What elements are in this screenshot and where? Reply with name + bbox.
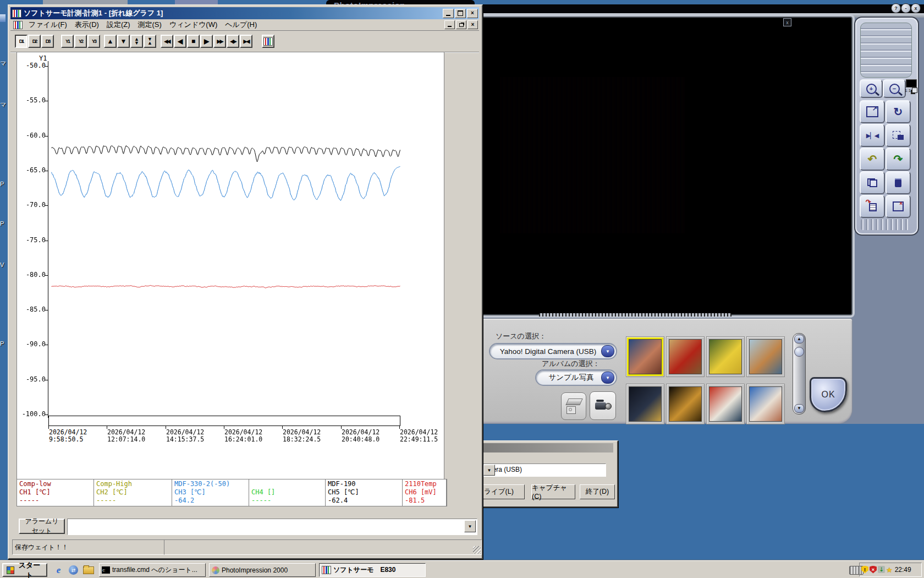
menu-item-0[interactable]: ファイル(F) <box>25 20 71 30</box>
camera-noise <box>500 77 685 233</box>
maximize-icon <box>458 10 463 16</box>
paste-button[interactable] <box>886 171 911 194</box>
quicklaunch-mail[interactable]: ⇄ <box>68 564 79 576</box>
taskbar-task-1[interactable]: c:transfile.cmd へのショート... <box>99 563 206 577</box>
menu-item-4[interactable]: ウィンドウ(W) <box>166 20 221 30</box>
thumbnail-gold-fiber[interactable] <box>669 386 702 422</box>
delete-button[interactable]: ↷ <box>860 195 885 218</box>
thumbnail-night-skyline[interactable] <box>629 386 662 422</box>
step-forward-button[interactable]: ▶ <box>200 35 213 48</box>
menu-item-2[interactable]: 設定(Z) <box>103 20 134 30</box>
taskbar-task-2[interactable]: PhotoImpression 2000 <box>209 563 316 577</box>
thumbnail-lighthouse[interactable] <box>709 386 742 422</box>
clock[interactable]: 22:49 <box>895 566 911 574</box>
thumbnail-harbor-town[interactable] <box>749 339 782 374</box>
child-minimize-button[interactable] <box>444 20 455 29</box>
actual-size-label[interactable]: 1:1 <box>905 88 911 93</box>
scrollbar-thumb[interactable] <box>794 347 804 357</box>
scroll-down-button[interactable]: ▼ <box>117 35 130 48</box>
softthermo-window: ソフトサーモ計測-計測1 - [折れ線グラフ 1] × ファイル(F)表示(D)… <box>8 4 483 559</box>
step-back-button-icon: ◀ <box>178 38 183 45</box>
minimize-button[interactable] <box>443 9 454 18</box>
source-select-dropdown[interactable]: Yahoo! Digital Camera (USB) ▼ <box>489 343 617 359</box>
ok-button[interactable]: OK <box>810 377 847 412</box>
toolbar-d3-button[interactable]: D3 <box>41 35 54 48</box>
toolbar-y1-button[interactable]: Y1 <box>61 35 74 48</box>
close-button[interactable]: × <box>467 9 478 18</box>
expand-vertical-button[interactable]: ▲▼ <box>130 35 143 48</box>
child-close-button[interactable]: × <box>468 20 478 29</box>
thumbnail-rock-spires[interactable] <box>629 339 662 374</box>
rewind-button[interactable]: ◀◀ <box>161 35 173 48</box>
redo-button[interactable]: ↷ <box>886 148 911 171</box>
security-warning-icon[interactable]: ! <box>861 566 868 574</box>
channel-id: CH6 [mV] <box>405 488 444 497</box>
acquire-video-camera-button[interactable] <box>590 391 616 420</box>
scroll-up-button[interactable]: ▲ <box>104 35 117 48</box>
expand-horizontal-button[interactable]: ◀▶ <box>227 35 239 48</box>
stop-button[interactable]: ■ <box>187 35 200 48</box>
capture-button[interactable]: キャプチャ(C) <box>531 484 575 499</box>
undo-button[interactable]: ↶ <box>860 148 885 171</box>
security-error-icon[interactable]: × <box>870 566 877 574</box>
thumbnail-red-bird[interactable] <box>669 339 702 374</box>
star-icon[interactable]: ★ <box>886 566 893 574</box>
acquire-scanner-button[interactable] <box>561 392 586 420</box>
toolbar-y2-button[interactable]: Y2 <box>74 35 87 48</box>
titlebar[interactable]: ソフトサーモ計測-計測1 - [折れ線グラフ 1] × <box>10 7 479 19</box>
close-round-button[interactable]: x <box>911 3 921 13</box>
close-frame-button[interactable]: × <box>886 195 911 218</box>
help-round-button[interactable]: ? <box>891 3 901 13</box>
preview-close-icon[interactable]: x <box>783 18 791 26</box>
y-tick-label: -80.0 <box>21 271 46 279</box>
scroll-down-icon[interactable]: ▼ <box>794 404 804 413</box>
fit-window-icon[interactable] <box>912 88 917 93</box>
resize-button[interactable]: ↗ <box>860 100 885 123</box>
message-combobox[interactable]: ▼ <box>67 519 477 535</box>
crop-button[interactable] <box>886 124 911 147</box>
menu-item-1[interactable]: 表示(D) <box>71 20 103 30</box>
scroll-up-button-icon: ▲ <box>107 38 114 45</box>
rotate-button[interactable]: ↻ <box>886 100 911 123</box>
chevron-down-icon[interactable]: ▼ <box>464 520 476 532</box>
scroll-up-icon[interactable]: ▲ <box>794 335 804 343</box>
zoom-in-button[interactable]: + <box>860 79 883 98</box>
menu: ファイル(F)表示(D)設定(Z)測定(S)ウィンドウ(W)ヘルプ(H) <box>25 20 261 30</box>
chevron-down-icon[interactable]: ▼ <box>601 372 614 384</box>
album-select-dropdown[interactable]: サンプル写真 ▼ <box>535 369 617 386</box>
thumbnail-scrollbar[interactable]: ▲ ▼ <box>793 333 806 415</box>
toolbar-d1-button[interactable]: D1 <box>15 35 28 48</box>
thumbnail-sunset-clouds[interactable] <box>749 386 782 422</box>
flip-button[interactable]: ▶▏◀ <box>860 124 885 147</box>
zoom-out-button[interactable]: − <box>883 79 906 98</box>
update-icon[interactable]: ⇣ <box>878 566 885 573</box>
step-back-button[interactable]: ◀ <box>174 35 186 48</box>
start-button[interactable]: スタート <box>2 563 47 577</box>
copy-button[interactable] <box>860 171 885 194</box>
menu-item-5[interactable]: ヘルプ(H) <box>221 20 261 30</box>
child-restore-button[interactable] <box>456 20 466 29</box>
taskbar-task-3[interactable]: ソフトサーモ E830 <box>319 563 426 577</box>
alarm-reset-button[interactable]: アラームリセット <box>19 519 65 534</box>
quicklaunch-ie[interactable]: e <box>53 564 64 576</box>
maximize-button[interactable] <box>455 9 466 18</box>
fast-forward-button[interactable]: ▶▶ <box>213 35 226 48</box>
minimize-round-button[interactable]: - <box>901 3 911 13</box>
chevron-down-icon[interactable]: ▼ <box>483 465 495 476</box>
chevron-down-icon[interactable]: ▼ <box>601 345 614 357</box>
graph-settings-button[interactable] <box>262 35 274 48</box>
resize-grip[interactable] <box>473 546 481 554</box>
quicklaunch-folder[interactable] <box>82 564 94 576</box>
toolbar-d2-button[interactable]: D2 <box>28 35 41 48</box>
compress-vertical-button[interactable]: ▼▲ <box>144 35 156 48</box>
y-tick-mark <box>45 310 48 310</box>
thumbnail-yellow-flowers[interactable] <box>709 339 742 374</box>
compress-horizontal-button[interactable]: ▶◀ <box>240 35 252 48</box>
exit-button[interactable]: 終了(D) <box>580 484 615 499</box>
toolbar-y3-button[interactable]: Y3 <box>87 35 100 48</box>
palette-grip-bottom[interactable] <box>861 219 910 230</box>
time-range-box[interactable] <box>48 416 400 426</box>
y-tick-mark <box>45 415 48 415</box>
menu-item-3[interactable]: 測定(S) <box>134 20 165 30</box>
palette-grip[interactable] <box>860 23 912 78</box>
